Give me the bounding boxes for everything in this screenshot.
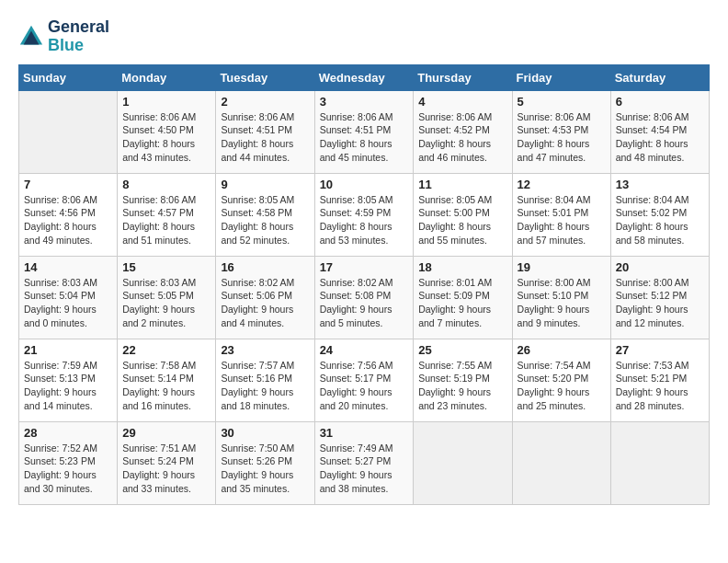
day-number: 16	[221, 260, 309, 274]
logo-icon	[18, 24, 44, 50]
calendar-cell: 16Sunrise: 8:02 AM Sunset: 5:06 PM Dayli…	[216, 256, 314, 339]
day-number: 7	[24, 178, 112, 191]
day-info: Sunrise: 8:06 AM Sunset: 4:57 PM Dayligh…	[122, 193, 210, 247]
day-number: 20	[616, 260, 704, 274]
day-info: Sunrise: 8:05 AM Sunset: 4:58 PM Dayligh…	[221, 193, 309, 247]
weekday-header-friday: Friday	[512, 64, 610, 90]
calendar-cell: 10Sunrise: 8:05 AM Sunset: 4:59 PM Dayli…	[314, 173, 414, 256]
day-number: 23	[221, 343, 309, 357]
calendar-cell: 3Sunrise: 8:06 AM Sunset: 4:51 PM Daylig…	[314, 90, 414, 173]
calendar-cell: 25Sunrise: 7:55 AM Sunset: 5:19 PM Dayli…	[414, 339, 512, 421]
calendar-cell: 6Sunrise: 8:06 AM Sunset: 4:54 PM Daylig…	[610, 90, 709, 173]
weekday-header-wednesday: Wednesday	[314, 64, 414, 90]
day-info: Sunrise: 7:53 AM Sunset: 5:21 PM Dayligh…	[616, 359, 704, 413]
calendar-cell: 27Sunrise: 7:53 AM Sunset: 5:21 PM Dayli…	[610, 339, 709, 421]
day-number: 10	[320, 178, 409, 191]
day-info: Sunrise: 8:04 AM Sunset: 5:02 PM Dayligh…	[616, 193, 704, 247]
calendar-cell: 5Sunrise: 8:06 AM Sunset: 4:53 PM Daylig…	[512, 90, 610, 173]
calendar-cell: 12Sunrise: 8:04 AM Sunset: 5:01 PM Dayli…	[512, 173, 610, 256]
calendar-cell: 1Sunrise: 8:06 AM Sunset: 4:50 PM Daylig…	[118, 90, 216, 173]
day-number: 25	[418, 343, 506, 357]
calendar-cell: 23Sunrise: 7:57 AM Sunset: 5:16 PM Dayli…	[216, 339, 314, 421]
day-info: Sunrise: 7:50 AM Sunset: 5:26 PM Dayligh…	[221, 442, 309, 496]
day-info: Sunrise: 8:02 AM Sunset: 5:06 PM Dayligh…	[221, 276, 309, 330]
day-number: 30	[221, 426, 309, 440]
day-number: 11	[418, 178, 506, 191]
calendar-cell: 28Sunrise: 7:52 AM Sunset: 5:23 PM Dayli…	[19, 421, 118, 504]
day-number: 9	[221, 178, 309, 191]
day-number: 19	[518, 260, 606, 274]
day-info: Sunrise: 8:02 AM Sunset: 5:08 PM Dayligh…	[320, 276, 409, 330]
day-info: Sunrise: 7:59 AM Sunset: 5:13 PM Dayligh…	[24, 359, 112, 413]
calendar-cell: 11Sunrise: 8:05 AM Sunset: 5:00 PM Dayli…	[414, 173, 512, 256]
calendar-cell: 8Sunrise: 8:06 AM Sunset: 4:57 PM Daylig…	[118, 173, 216, 256]
calendar-cell	[512, 421, 610, 504]
day-info: Sunrise: 7:51 AM Sunset: 5:24 PM Dayligh…	[122, 442, 210, 496]
logo-text: General Blue	[48, 18, 109, 55]
page-header: General Blue	[18, 18, 710, 55]
day-info: Sunrise: 8:06 AM Sunset: 4:53 PM Dayligh…	[518, 110, 606, 165]
calendar-cell: 14Sunrise: 8:03 AM Sunset: 5:04 PM Dayli…	[19, 256, 118, 339]
day-number: 1	[122, 95, 210, 109]
calendar-cell	[414, 421, 512, 504]
day-number: 29	[122, 426, 210, 440]
calendar-week-row: 7Sunrise: 8:06 AM Sunset: 4:56 PM Daylig…	[19, 173, 710, 256]
weekday-header-sunday: Sunday	[19, 64, 118, 90]
calendar-cell	[610, 421, 709, 504]
calendar-cell: 15Sunrise: 8:03 AM Sunset: 5:05 PM Dayli…	[118, 256, 216, 339]
day-info: Sunrise: 8:05 AM Sunset: 4:59 PM Dayligh…	[320, 193, 409, 247]
day-number: 8	[122, 178, 210, 191]
day-info: Sunrise: 7:54 AM Sunset: 5:20 PM Dayligh…	[518, 359, 606, 413]
day-info: Sunrise: 8:01 AM Sunset: 5:09 PM Dayligh…	[418, 276, 506, 330]
logo: General Blue	[18, 18, 109, 55]
day-info: Sunrise: 8:06 AM Sunset: 4:50 PM Dayligh…	[122, 110, 210, 165]
calendar-week-row: 28Sunrise: 7:52 AM Sunset: 5:23 PM Dayli…	[19, 421, 710, 504]
calendar-cell: 20Sunrise: 8:00 AM Sunset: 5:12 PM Dayli…	[610, 256, 709, 339]
day-number: 3	[320, 95, 409, 109]
weekday-header-thursday: Thursday	[414, 64, 512, 90]
day-number: 18	[418, 260, 506, 274]
day-number: 5	[518, 95, 606, 109]
day-info: Sunrise: 7:58 AM Sunset: 5:14 PM Dayligh…	[122, 359, 210, 413]
day-info: Sunrise: 7:49 AM Sunset: 5:27 PM Dayligh…	[320, 442, 409, 496]
calendar-cell: 26Sunrise: 7:54 AM Sunset: 5:20 PM Dayli…	[512, 339, 610, 421]
calendar-week-row: 1Sunrise: 8:06 AM Sunset: 4:50 PM Daylig…	[19, 90, 710, 173]
day-number: 6	[616, 95, 704, 109]
day-number: 31	[320, 426, 409, 440]
day-info: Sunrise: 8:00 AM Sunset: 5:12 PM Dayligh…	[616, 276, 704, 330]
day-info: Sunrise: 8:03 AM Sunset: 5:04 PM Dayligh…	[24, 276, 112, 330]
calendar-cell: 31Sunrise: 7:49 AM Sunset: 5:27 PM Dayli…	[314, 421, 414, 504]
weekday-header-tuesday: Tuesday	[216, 64, 314, 90]
day-number: 12	[518, 178, 606, 191]
weekday-header-saturday: Saturday	[610, 64, 709, 90]
day-number: 2	[221, 95, 309, 109]
day-number: 13	[616, 178, 704, 191]
day-info: Sunrise: 8:05 AM Sunset: 5:00 PM Dayligh…	[418, 193, 506, 247]
day-info: Sunrise: 7:55 AM Sunset: 5:19 PM Dayligh…	[418, 359, 506, 413]
day-info: Sunrise: 8:06 AM Sunset: 4:51 PM Dayligh…	[221, 110, 309, 165]
calendar-week-row: 21Sunrise: 7:59 AM Sunset: 5:13 PM Dayli…	[19, 339, 710, 421]
weekday-header-row: SundayMondayTuesdayWednesdayThursdayFrid…	[19, 64, 710, 90]
calendar-cell: 19Sunrise: 8:00 AM Sunset: 5:10 PM Dayli…	[512, 256, 610, 339]
calendar-cell: 21Sunrise: 7:59 AM Sunset: 5:13 PM Dayli…	[19, 339, 118, 421]
weekday-header-monday: Monday	[118, 64, 216, 90]
day-number: 26	[518, 343, 606, 357]
day-info: Sunrise: 7:52 AM Sunset: 5:23 PM Dayligh…	[24, 442, 112, 496]
calendar-cell	[19, 90, 118, 173]
calendar-cell: 29Sunrise: 7:51 AM Sunset: 5:24 PM Dayli…	[118, 421, 216, 504]
calendar-cell: 17Sunrise: 8:02 AM Sunset: 5:08 PM Dayli…	[314, 256, 414, 339]
calendar-cell: 2Sunrise: 8:06 AM Sunset: 4:51 PM Daylig…	[216, 90, 314, 173]
calendar-table: SundayMondayTuesdayWednesdayThursdayFrid…	[18, 64, 710, 505]
calendar-cell: 30Sunrise: 7:50 AM Sunset: 5:26 PM Dayli…	[216, 421, 314, 504]
day-number: 28	[24, 426, 112, 440]
day-number: 17	[320, 260, 409, 274]
calendar-cell: 9Sunrise: 8:05 AM Sunset: 4:58 PM Daylig…	[216, 173, 314, 256]
calendar-cell: 24Sunrise: 7:56 AM Sunset: 5:17 PM Dayli…	[314, 339, 414, 421]
day-info: Sunrise: 8:06 AM Sunset: 4:51 PM Dayligh…	[320, 110, 409, 165]
day-number: 4	[418, 95, 506, 109]
day-info: Sunrise: 7:57 AM Sunset: 5:16 PM Dayligh…	[221, 359, 309, 413]
calendar-cell: 7Sunrise: 8:06 AM Sunset: 4:56 PM Daylig…	[19, 173, 118, 256]
day-info: Sunrise: 8:06 AM Sunset: 4:54 PM Dayligh…	[616, 110, 704, 165]
day-info: Sunrise: 8:04 AM Sunset: 5:01 PM Dayligh…	[518, 193, 606, 247]
calendar-cell: 13Sunrise: 8:04 AM Sunset: 5:02 PM Dayli…	[610, 173, 709, 256]
